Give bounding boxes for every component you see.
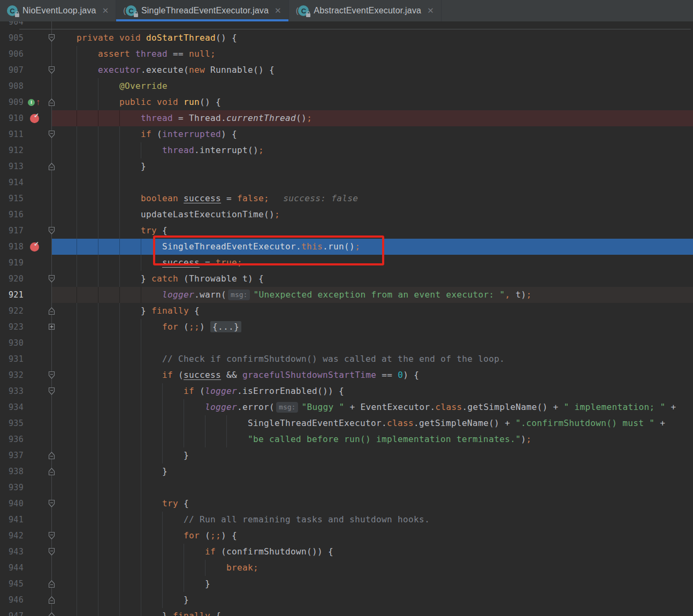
code-line-935[interactable]: 935SingleThreadEventExecutor.class.getSi…	[0, 415, 693, 431]
code-line-915[interactable]: 915boolean success = false;success: fals…	[0, 191, 693, 207]
fold-marker-up-icon[interactable]	[48, 451, 56, 460]
tab-close-icon[interactable]: ✕	[425, 6, 436, 16]
fold-marker-up-icon[interactable]	[48, 596, 56, 604]
fold-marker-down-icon[interactable]	[48, 371, 56, 379]
line-number[interactable]: 943	[0, 544, 24, 560]
code-line-906[interactable]: 906assert thread == null;	[0, 46, 693, 62]
code-line-936[interactable]: 936"be called before run() implementatio…	[0, 431, 693, 447]
line-number[interactable]: 922	[0, 303, 24, 319]
fold-marker-up-icon[interactable]	[48, 580, 56, 588]
line-number[interactable]: 940	[0, 496, 24, 512]
code-line-942[interactable]: 942for (;;) {	[0, 528, 693, 544]
line-number[interactable]: 935	[0, 415, 24, 431]
fold-marker-up-icon[interactable]	[48, 307, 56, 315]
fold-marker-up-icon[interactable]	[48, 467, 56, 476]
line-number[interactable]: 919	[0, 255, 24, 271]
fold-marker-down-icon[interactable]	[48, 387, 56, 396]
line-number[interactable]: 932	[0, 367, 24, 383]
code-line-947[interactable]: 947} finally {	[0, 608, 693, 616]
fold-marker-down-icon[interactable]	[48, 499, 56, 508]
fold-marker-up-icon[interactable]	[48, 162, 56, 171]
line-number[interactable]: 905	[0, 30, 24, 46]
code-line-921[interactable]: 921logger.warn(msg:"Unexpected exception…	[0, 287, 693, 303]
code-line-930[interactable]: 930	[0, 335, 693, 351]
code-editor[interactable]: 904905private void doStartThread() {906a…	[0, 0, 693, 616]
line-number[interactable]: 938	[0, 463, 24, 480]
fold-marker-up-icon[interactable]	[48, 98, 56, 107]
code-line-905[interactable]: 905private void doStartThread() {	[0, 30, 693, 46]
code-line-923[interactable]: 923for (;;) {...}	[0, 319, 693, 335]
code-line-939[interactable]: 939	[0, 480, 693, 496]
fold-marker-plus-icon[interactable]	[48, 323, 56, 331]
code-line-941[interactable]: 941// Run all remaining tasks and shutdo…	[0, 512, 693, 528]
code-line-914[interactable]: 914	[0, 174, 693, 191]
folded-code-placeholder[interactable]: {...}	[210, 321, 241, 332]
fold-marker-down-icon[interactable]	[48, 531, 56, 540]
code-line-913[interactable]: 913}	[0, 158, 693, 174]
overrides-arrow-icon[interactable]: ↑	[36, 96, 40, 109]
line-number[interactable]: 939	[0, 480, 24, 496]
line-number[interactable]: 942	[0, 528, 24, 544]
line-number[interactable]: 936	[0, 431, 24, 447]
fold-marker-down-icon[interactable]	[48, 547, 56, 556]
line-number[interactable]: 918	[0, 239, 24, 255]
code-line-937[interactable]: 937}	[0, 447, 693, 463]
line-number[interactable]: 913	[0, 158, 24, 174]
line-number[interactable]: 908	[0, 78, 24, 94]
code-line-932[interactable]: 932if (success && gracefulShutdownStartT…	[0, 367, 693, 383]
line-number[interactable]: 947	[0, 608, 24, 616]
line-number[interactable]: 912	[0, 142, 24, 158]
code-line-931[interactable]: 931// Check if confirmShutdown() was cal…	[0, 351, 693, 367]
line-number[interactable]: 945	[0, 576, 24, 592]
fold-marker-down-icon[interactable]	[48, 66, 56, 74]
line-number[interactable]: 916	[0, 207, 24, 223]
code-line-944[interactable]: 944break;	[0, 560, 693, 576]
code-line-911[interactable]: 911if (interrupted) {	[0, 126, 693, 142]
code-line-909[interactable]: 909I↑public void run() {	[0, 94, 693, 110]
line-number[interactable]: 920	[0, 271, 24, 287]
line-number[interactable]: 917	[0, 223, 24, 239]
line-number[interactable]: 911	[0, 126, 24, 142]
fold-marker-down-icon[interactable]	[48, 34, 56, 42]
fold-marker-down-icon[interactable]	[48, 275, 56, 283]
line-number[interactable]: 941	[0, 512, 24, 528]
line-number[interactable]: 937	[0, 447, 24, 463]
line-number[interactable]: 923	[0, 319, 24, 335]
code-line-922[interactable]: 922} finally {	[0, 303, 693, 319]
line-number[interactable]: 906	[0, 46, 24, 62]
code-line-910[interactable]: 910✓thread = Thread.currentThread();	[0, 110, 693, 126]
code-line-912[interactable]: 912thread.interrupt();	[0, 142, 693, 158]
line-number[interactable]: 931	[0, 351, 24, 367]
line-number[interactable]: 933	[0, 383, 24, 399]
fold-marker-down-icon[interactable]	[48, 226, 56, 235]
code-line-934[interactable]: 934logger.error(msg:"Buggy " + EventExec…	[0, 399, 693, 415]
tab-close-icon[interactable]: ✕	[101, 6, 111, 16]
code-line-916[interactable]: 916updateLastExecutionTime();	[0, 207, 693, 223]
tab-singlethreadeventexecutor-java[interactable]: (CSingleThreadEventExecutor.java✕	[116, 0, 288, 21]
line-number[interactable]: 910	[0, 110, 24, 126]
code-line-945[interactable]: 945}	[0, 576, 693, 592]
line-number[interactable]: 915	[0, 191, 24, 207]
code-line-908[interactable]: 908@Override	[0, 78, 693, 94]
fold-marker-down-icon[interactable]	[48, 130, 56, 139]
line-number[interactable]: 934	[0, 399, 24, 415]
code-line-920[interactable]: 920} catch (Throwable t) {	[0, 271, 693, 287]
tab-abstracteventexecutor-java[interactable]: (CAbstractEventExecutor.java✕	[289, 0, 441, 21]
tab-nioeventloop-java[interactable]: CNioEventLoop.java✕	[0, 0, 116, 21]
line-number[interactable]: 944	[0, 560, 24, 576]
code-line-933[interactable]: 933if (logger.isErrorEnabled()) {	[0, 383, 693, 399]
line-number[interactable]: 930	[0, 335, 24, 351]
line-number[interactable]: 909	[0, 94, 24, 110]
line-number[interactable]: 946	[0, 592, 24, 608]
fold-marker-up-icon[interactable]	[48, 612, 56, 616]
code-line-943[interactable]: 943if (confirmShutdown()) {	[0, 544, 693, 560]
line-number[interactable]: 907	[0, 62, 24, 78]
code-line-946[interactable]: 946}	[0, 592, 693, 608]
implementing-method-icon[interactable]: I	[28, 99, 35, 106]
code-line-907[interactable]: 907executor.execute(new Runnable() {	[0, 62, 693, 78]
code-line-940[interactable]: 940try {	[0, 496, 693, 512]
line-number[interactable]: 921	[0, 287, 24, 303]
tab-close-icon[interactable]: ✕	[273, 6, 283, 16]
code-line-938[interactable]: 938}	[0, 463, 693, 480]
line-number[interactable]: 914	[0, 174, 24, 191]
